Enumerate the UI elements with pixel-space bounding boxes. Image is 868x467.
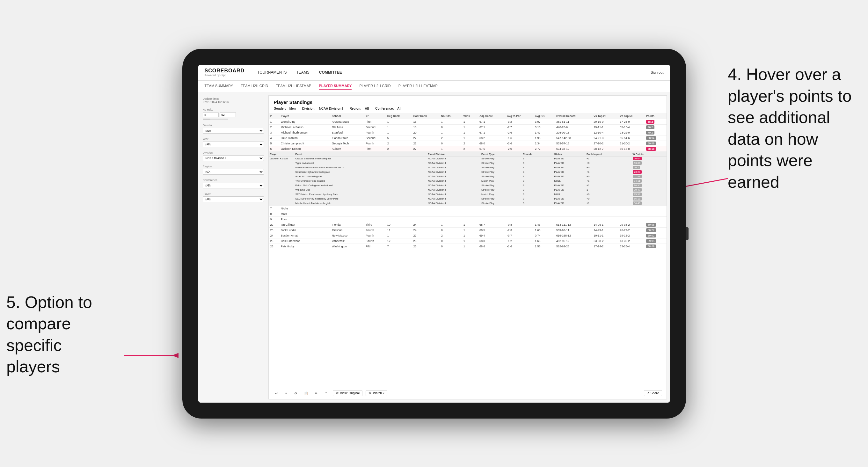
w-points-value[interactable]: 73.23 xyxy=(633,170,642,174)
sub-nav-player-summary[interactable]: PLAYER SUMMARY xyxy=(319,83,351,90)
table-row[interactable]: 25 Cole Sherwood Vanderbilt Fourth 12 23… xyxy=(269,238,666,244)
table-row[interactable]: 24 Bastien Amat New Mexico Fourth 1 27 2… xyxy=(269,233,666,238)
undo-button[interactable]: ↩ xyxy=(273,391,280,396)
w-points-value[interactable]: 56.18 xyxy=(633,197,642,200)
player-filter: Player (All) xyxy=(203,192,264,202)
tool2-button[interactable]: 📋 xyxy=(302,391,310,396)
table-row[interactable]: 8 Mats xyxy=(269,211,666,216)
points-value[interactable]: 80.89 xyxy=(646,142,656,145)
sub-table-row[interactable]: Jackson Kolson UNCW Seahawk Intercollegi… xyxy=(269,156,666,161)
table-row[interactable]: 5 Christo Lamprecht Georgia Tech Fourth … xyxy=(269,141,666,146)
conference-filter-display: Conference: All xyxy=(375,107,401,110)
table-row[interactable]: 26 Petr Hruby Washington Fifth 7 23 0 1 … xyxy=(269,244,666,249)
w-points-value[interactable]: 16.90 xyxy=(633,184,642,187)
sub-table-row[interactable]: Southern Highlands Collegiate NCAA Divis… xyxy=(269,169,666,174)
points-value[interactable]: 80.68 xyxy=(646,223,656,227)
division-select[interactable]: NCAA Division I xyxy=(203,155,264,161)
col-school: School xyxy=(330,113,364,119)
points-value[interactable]: 76.2 xyxy=(646,125,655,129)
conference-filter: Conference (All) xyxy=(203,179,264,188)
w-points-value[interactable]: 25.98 xyxy=(633,192,642,196)
w-points-value[interactable]: 53.60 xyxy=(633,161,642,165)
region-select[interactable]: N/A xyxy=(203,169,264,175)
sub-table-row[interactable]: SEC Match Play hosted by Jerry Pate NCAA… xyxy=(269,192,666,196)
side-button[interactable] xyxy=(686,227,688,240)
sub-table-row[interactable]: Wake Forest Invitational at Pinehurst No… xyxy=(269,165,666,169)
points-value[interactable]: 58.49 xyxy=(646,245,656,248)
w-points-value[interactable]: 66.40 xyxy=(633,201,642,205)
no-rds-from[interactable] xyxy=(203,112,219,117)
points-value[interactable]: 88.2 xyxy=(646,120,655,124)
sub-table-row[interactable]: The Cypress Point Classic NCAA Division … xyxy=(269,179,666,183)
sub-table-row[interactable]: SEC Stroke Play hosted by Jerry Pate NCA… xyxy=(269,196,666,201)
table-row[interactable]: 22 Ian Gilligan Florida Third 10 24 1 1 … xyxy=(269,222,666,227)
points-value[interactable]: 59.95 xyxy=(646,239,656,243)
points-value[interactable]: 68.18 xyxy=(646,147,656,151)
w-points-value[interactable]: 24.11 xyxy=(633,179,642,183)
slider-track[interactable] xyxy=(203,119,228,120)
sub-nav: TEAM SUMMARY TEAM H2H GRID TEAM H2H HEAT… xyxy=(198,81,670,92)
sub-nav-team-h2h-heatmap[interactable]: TEAM H2H HEATMAP xyxy=(276,83,311,90)
nav-item-tournaments[interactable]: TOURNAMENTS xyxy=(257,69,286,76)
conference-select[interactable]: (All) xyxy=(203,183,264,188)
division-label: Division xyxy=(203,151,264,154)
nav-item-teams[interactable]: TEAMS xyxy=(297,69,310,76)
share-button[interactable]: ↗ Share xyxy=(644,390,662,396)
w-points-value[interactable]: 30.47 xyxy=(633,188,642,192)
right-panel: Player Standings Gender: Men Division: N… xyxy=(269,95,667,399)
sub-nav-player-h2h-grid[interactable]: PLAYER H2H GRID xyxy=(359,83,391,90)
player-select[interactable]: (All) xyxy=(203,196,264,202)
player-label: Player xyxy=(203,192,264,195)
table-row[interactable]: 9 Prest xyxy=(269,216,666,222)
tool1-button[interactable]: ⚙ xyxy=(292,391,299,396)
sub-table-row[interactable]: Fallen Oak Collegiate Invitational NCAA … xyxy=(269,183,666,187)
col-wins: Wins xyxy=(462,113,478,119)
table-row[interactable]: 2 Michael La Sasso Ole Miss Second 1 18 … xyxy=(269,124,666,130)
bottom-toolbar: ↩ ↪ ⚙ 📋 ✏ ⏱ 👁 View: Original 👁 Watch xyxy=(269,387,666,399)
sub-nav-player-h2h-heatmap[interactable]: PLAYER H2H HEATMAP xyxy=(399,83,438,90)
points-value[interactable]: 80.27 xyxy=(646,228,656,232)
watch-button[interactable]: 👁 Watch ▾ xyxy=(366,390,387,396)
sub-table-row[interactable]: Tiger Invitational NCAA Division I Strok… xyxy=(269,161,666,165)
division-filter: Division NCAA Division I xyxy=(203,151,264,161)
annotation-4: 4. Hover over a player's points to see a… xyxy=(728,64,862,193)
table-row[interactable]: 6 Jackson Kolson Auburn First 2 27 1 2 6… xyxy=(269,146,666,151)
table-row[interactable]: 23 Jack Lundin Missouri Fourth 11 24 0 1… xyxy=(269,227,666,233)
tool3-button[interactable]: ✏ xyxy=(313,391,319,396)
no-rds-to[interactable] xyxy=(220,112,236,117)
gender-select[interactable]: Men Women xyxy=(203,128,264,133)
points-value[interactable]: 70.2 xyxy=(646,131,655,134)
chevron-down-icon: ▾ xyxy=(383,392,384,395)
col-points: Points xyxy=(645,113,666,119)
sub-nav-team-h2h-grid[interactable]: TEAM H2H GRID xyxy=(241,83,268,90)
outer-wrapper: 4. Hover over a player's points to see a… xyxy=(0,0,868,467)
sign-out-button[interactable]: Sign out xyxy=(651,70,663,74)
sub-table: Player Event Event Division Event Type R… xyxy=(269,152,666,206)
col-player: Player xyxy=(279,113,330,119)
redo-button[interactable]: ↪ xyxy=(283,391,289,396)
table-row[interactable]: 4 Luke Clanton Florida State Second 5 27… xyxy=(269,135,666,141)
sub-table-header: Player Event Event Division Event Type R… xyxy=(269,152,666,156)
points-value[interactable]: 60.02 xyxy=(646,234,656,238)
table-row[interactable]: 3 Michael Thorbjornsen Stanford Fourth 1… xyxy=(269,130,666,135)
brand-title: SCOREBOARD xyxy=(205,68,245,74)
year-select[interactable]: (All) xyxy=(203,142,264,147)
nav-item-committee[interactable]: COMMITTEE xyxy=(319,69,342,76)
annotation-5: 5. Option to compare specific players xyxy=(6,292,115,378)
sub-table-row[interactable]: Mirabel Maui Jim Intercollegiate NCAA Di… xyxy=(269,201,666,205)
sub-table-row[interactable]: Amer An Intercollegiate NCAA Division I … xyxy=(269,174,666,179)
w-points-value[interactable]: 20.64 xyxy=(633,157,642,160)
sub-table-row[interactable]: Williams Cup NCAA Division I Stroke Play… xyxy=(269,187,666,192)
points-value[interactable]: 88.94 xyxy=(646,136,656,140)
left-panel: Update time: 27/01/2024 16:56:26 No Rds. xyxy=(198,92,269,403)
view-original-button[interactable]: 👁 View: Original xyxy=(333,390,363,396)
sub-nav-team-summary[interactable]: TEAM SUMMARY xyxy=(205,83,233,90)
tool4-button[interactable]: ⏱ xyxy=(322,391,330,396)
w-points-value[interactable]: 57.57 xyxy=(633,175,642,178)
arrow-5 xyxy=(121,349,179,362)
table-row[interactable]: 7 Niche xyxy=(269,206,666,211)
division-filter-display: Division: NCAA Division I xyxy=(302,107,343,110)
table-row[interactable]: 1 Wenyi Ding Arizona State First 1 15 1 … xyxy=(269,119,666,124)
w-points-value[interactable]: 46.7 xyxy=(633,166,641,169)
col-adj-score: Adj. Score xyxy=(478,113,505,119)
